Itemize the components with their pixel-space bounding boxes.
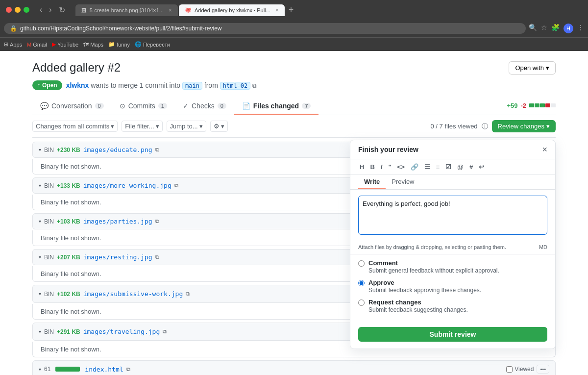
review-textarea[interactable]: Everything is perfect, good job! xyxy=(358,196,547,235)
file-header-index[interactable]: ▾ 61 index.html ⧉ Viewed ••• xyxy=(32,360,556,375)
close-window-button[interactable] xyxy=(6,7,12,13)
search-icon[interactable]: 🔍 xyxy=(529,24,537,33)
comment-radio[interactable] xyxy=(358,260,365,267)
reference-button[interactable]: # xyxy=(468,162,474,172)
checklist-button[interactable]: ☑ xyxy=(444,162,453,172)
chevron-down-icon: ▾ xyxy=(546,64,549,72)
copy-filename-icon-3[interactable]: ⧉ xyxy=(155,218,159,225)
source-branch[interactable]: html-02 xyxy=(220,82,251,90)
review-preview-tab[interactable]: Preview xyxy=(386,175,420,189)
quote-button[interactable]: " xyxy=(387,162,392,172)
more-options-button-7[interactable]: ••• xyxy=(537,365,549,374)
tab-2-label: Added gallery by xlwknx · Pull... xyxy=(195,7,270,13)
files-changed-area: Changes from all commits ▾ File filter..… xyxy=(32,115,556,375)
diff-bar xyxy=(529,103,556,107)
lock-icon: 🔒 xyxy=(10,25,17,32)
ordered-list-button[interactable]: ≡ xyxy=(435,162,441,172)
popup-close-button[interactable]: × xyxy=(542,145,547,154)
viewed-check-7[interactable] xyxy=(506,366,513,373)
tab-checks[interactable]: ✓ Checks 0 xyxy=(175,98,234,115)
maximize-window-button[interactable] xyxy=(24,7,29,13)
checks-icon: ✓ xyxy=(183,102,189,110)
bookmark-gmail[interactable]: M Gmail xyxy=(27,42,47,48)
copy-branch-icon[interactable]: ⧉ xyxy=(252,82,257,89)
request-option-text: Request changes Submit feedback suggesti… xyxy=(368,299,468,313)
bookmark-apps[interactable]: ⊞ Apps xyxy=(4,41,22,48)
profile-icon[interactable]: H xyxy=(564,24,573,33)
tab-commits[interactable]: ⊙ Commits 1 xyxy=(112,98,175,115)
jump-to-dropdown[interactable]: Jump to... ▾ xyxy=(167,121,206,132)
code-button[interactable]: <> xyxy=(396,162,406,172)
copy-filename-icon-1[interactable]: ⧉ xyxy=(155,147,159,153)
unordered-list-button[interactable]: ☰ xyxy=(423,162,432,172)
undo-button[interactable]: ↩ xyxy=(477,162,486,172)
new-tab-button[interactable]: + xyxy=(286,4,297,16)
star-icon[interactable]: ☆ xyxy=(541,24,547,33)
review-write-tab[interactable]: Write xyxy=(358,175,386,189)
review-changes-button[interactable]: Review changes ▾ xyxy=(492,120,556,132)
file-size-2: +133 KB xyxy=(57,182,80,189)
link-button[interactable]: 🔗 xyxy=(409,162,420,172)
binary-text-4: Binary file not shown. xyxy=(41,270,101,277)
file-name-7[interactable]: index.html xyxy=(85,366,123,373)
minimize-window-button[interactable] xyxy=(15,7,21,13)
tab-1[interactable]: 🖼 5-create-branch.png [3104×1... × xyxy=(75,4,178,16)
comment-label[interactable]: Comment xyxy=(368,259,398,267)
file-name-4[interactable]: images/resting.jpg xyxy=(83,253,152,261)
file-name-1[interactable]: images/educate.png xyxy=(83,146,152,153)
copy-filename-icon-6[interactable]: ⧉ xyxy=(163,328,167,335)
info-icon[interactable]: ⓘ xyxy=(482,122,488,131)
tab-2[interactable]: 🐙 Added gallery by xlwknx · Pull... × xyxy=(179,4,285,16)
copy-filename-icon-2[interactable]: ⧉ xyxy=(174,182,178,189)
tab-files-changed[interactable]: 📄 Files changed 7 xyxy=(234,98,318,115)
settings-dropdown[interactable]: ⚙ ▾ xyxy=(210,121,228,132)
file-toggle-icon-7: ▾ xyxy=(39,367,41,372)
submit-review-button[interactable]: Submit review xyxy=(358,327,547,342)
refresh-button[interactable]: ↻ xyxy=(56,4,68,16)
open-with-button[interactable]: Open with ▾ xyxy=(509,61,556,75)
approve-desc: Submit feedback approving these changes. xyxy=(368,287,481,294)
review-popup-header: Finish your review × xyxy=(350,140,555,159)
approve-radio[interactable] xyxy=(358,280,365,286)
bookmark-funny[interactable]: 📁 funny xyxy=(108,41,130,48)
apps-icon: ⊞ xyxy=(4,41,8,48)
approve-label[interactable]: Approve xyxy=(368,279,394,286)
preview-tab-label: Preview xyxy=(392,178,414,185)
review-submit-row: Submit review xyxy=(350,323,555,349)
copy-filename-icon-4[interactable]: ⧉ xyxy=(155,254,159,260)
forward-button[interactable]: › xyxy=(47,4,54,15)
bold-button[interactable]: B xyxy=(368,162,376,172)
file-name-2[interactable]: images/more-working.jpg xyxy=(83,182,172,189)
tab-conversation[interactable]: 💬 Conversation 0 xyxy=(32,98,112,115)
mention-button[interactable]: @ xyxy=(456,162,465,172)
file-name-6[interactable]: images/traveling.jpg xyxy=(83,328,160,335)
browser-action-icons: 🔍 ☆ 🧩 H ⋮ xyxy=(529,24,584,33)
italic-button[interactable]: I xyxy=(379,162,384,172)
bookmark-maps[interactable]: 🗺 Maps xyxy=(83,42,103,48)
bookmark-youtube[interactable]: ▶ YouTube xyxy=(52,41,78,48)
address-bar[interactable]: 🔒 github.com/HipstaCodingSchool/homework… xyxy=(4,23,526,34)
request-label[interactable]: Request changes xyxy=(368,299,421,306)
files-icon: 📄 xyxy=(242,102,250,110)
browser-window: ‹ › ↻ 🖼 5-create-branch.png [3104×1... ×… xyxy=(0,0,588,375)
file-name-3[interactable]: images/parties.jpg xyxy=(83,218,152,225)
tab-1-close[interactable]: × xyxy=(169,7,172,14)
extensions-icon[interactable]: 🧩 xyxy=(551,24,560,33)
viewed-checkbox-7[interactable]: Viewed xyxy=(506,366,534,373)
file-name-5[interactable]: images/submissive-work.jpg xyxy=(83,290,183,298)
heading-button[interactable]: H xyxy=(358,162,366,172)
copy-filename-icon-5[interactable]: ⧉ xyxy=(186,291,190,297)
copy-filename-icon-7[interactable]: ⧉ xyxy=(126,366,130,373)
target-branch[interactable]: main xyxy=(182,82,202,90)
changes-from-dropdown[interactable]: Changes from all commits ▾ xyxy=(32,121,118,132)
address-text: github.com/HipstaCodingSchool/homework-w… xyxy=(20,25,520,32)
markdown-icon[interactable]: MD xyxy=(539,244,547,250)
file-filter-chevron: ▾ xyxy=(156,123,159,130)
request-radio[interactable] xyxy=(358,300,365,306)
back-button[interactable]: ‹ xyxy=(37,4,45,15)
bookmark-translate[interactable]: 🌐 Перевести xyxy=(135,41,170,48)
tab-2-close[interactable]: × xyxy=(275,7,279,14)
menu-icon[interactable]: ⋮ xyxy=(577,24,584,33)
file-filter-dropdown[interactable]: File filter... ▾ xyxy=(122,121,162,132)
pr-author-link[interactable]: xlwknx xyxy=(66,81,89,89)
